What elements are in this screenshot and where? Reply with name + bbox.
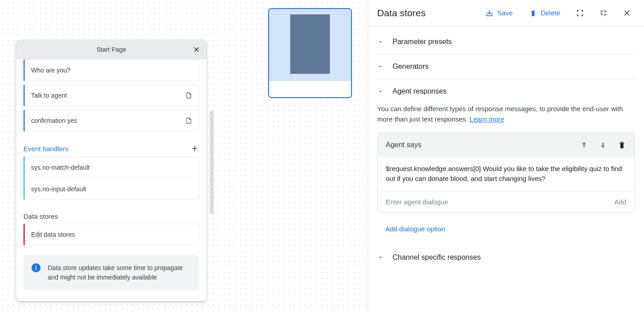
canvas[interactable]: Start Page Who are you? Talk to agent [0, 0, 368, 311]
page-card-header: Start Page [16, 40, 206, 59]
side-panel-header: Data stores Save Delete [368, 0, 644, 26]
node-thumb-preview [269, 9, 351, 81]
move-down-icon[interactable] [598, 140, 607, 149]
accordion-title: Agent responses [393, 87, 447, 95]
learn-more-link[interactable]: Learn more [470, 115, 504, 123]
info-icon: i [32, 263, 41, 272]
accordion-generators[interactable]: Generators [377, 54, 635, 79]
intent-label: Talk to agent [31, 92, 67, 99]
chevron-down-icon [377, 254, 385, 261]
agent-dialogue-input[interactable] [386, 198, 614, 206]
page-icon [185, 91, 192, 99]
node-thumbnail[interactable] [268, 8, 352, 98]
data-stores-header: Data stores [23, 212, 199, 220]
agent-says-header: Agent says [378, 133, 635, 157]
info-box: i Data store updates take some time to p… [23, 255, 199, 290]
move-up-icon[interactable] [580, 140, 589, 149]
agent-says-title: Agent says [386, 141, 421, 149]
intent-row[interactable]: Talk to agent [25, 85, 199, 106]
data-store-row[interactable]: Edit data stores [25, 224, 199, 245]
side-panel-title: Data stores [377, 8, 425, 18]
accordion-title: Parameter presets [393, 38, 452, 46]
intent-label: confirmation.yes [31, 117, 77, 124]
intent-row[interactable]: Who are you? [25, 59, 199, 81]
accordion-parameter-presets[interactable]: Parameter presets [377, 30, 635, 54]
page-title: Start Page [96, 46, 126, 53]
delete-button[interactable]: Delete [525, 6, 565, 20]
node-thumb-footer [269, 81, 351, 98]
chevron-down-icon [377, 63, 385, 70]
event-handler-label: sys.no-input-default [31, 185, 86, 193]
intent-label: Who are you? [31, 67, 70, 74]
delete-label: Delete [541, 9, 560, 17]
info-text: Data store updates take some time to pro… [48, 264, 183, 281]
accordion-title: Channel specific responses [393, 253, 481, 261]
agent-says-card: Agent says $request.knowledge.answers[0]… [377, 133, 635, 212]
save-label: Save [497, 9, 512, 17]
data-store-label: Edit data stores [31, 231, 75, 238]
save-button[interactable]: Save [481, 6, 517, 20]
scrollbar[interactable] [210, 111, 214, 214]
close-icon[interactable] [191, 44, 202, 55]
section-label: Data stores [23, 212, 58, 220]
event-handler-row[interactable]: sys.no-input-default [25, 178, 199, 200]
collapse-icon[interactable] [595, 5, 612, 21]
chevron-down-icon [377, 39, 385, 45]
add-button[interactable]: Add [614, 198, 626, 206]
accordion-agent-responses: Agent responses You can define different… [377, 79, 635, 245]
close-icon[interactable] [619, 5, 635, 21]
trash-icon[interactable] [617, 140, 626, 149]
expand-icon[interactable] [572, 5, 588, 21]
side-panel: Data stores Save Delete Parameter preset… [368, 0, 644, 311]
add-dialogue-option-button[interactable]: Add dialogue option [385, 225, 635, 233]
start-page-card: Start Page Who are you? Talk to agent [16, 40, 206, 301]
page-icon [185, 117, 192, 125]
section-label: Event handlers [23, 145, 69, 153]
event-handler-row[interactable]: sys.no-match-default [25, 157, 199, 178]
agent-responses-description: You can define different types of respon… [377, 104, 635, 125]
event-handler-label: sys.no-match-default [31, 164, 90, 171]
accordion-channel-specific[interactable]: Channel specific responses [377, 245, 635, 270]
accordion-title: Generators [393, 63, 429, 71]
add-event-handler-button[interactable] [190, 144, 199, 153]
agent-says-text[interactable]: $request.knowledge.answers[0] Would you … [378, 157, 635, 192]
event-handlers-header: Event handlers [23, 144, 199, 153]
chevron-up-icon [377, 88, 385, 95]
intent-row[interactable]: confirmation.yes [25, 110, 199, 131]
accordion-header[interactable]: Agent responses [377, 87, 635, 95]
